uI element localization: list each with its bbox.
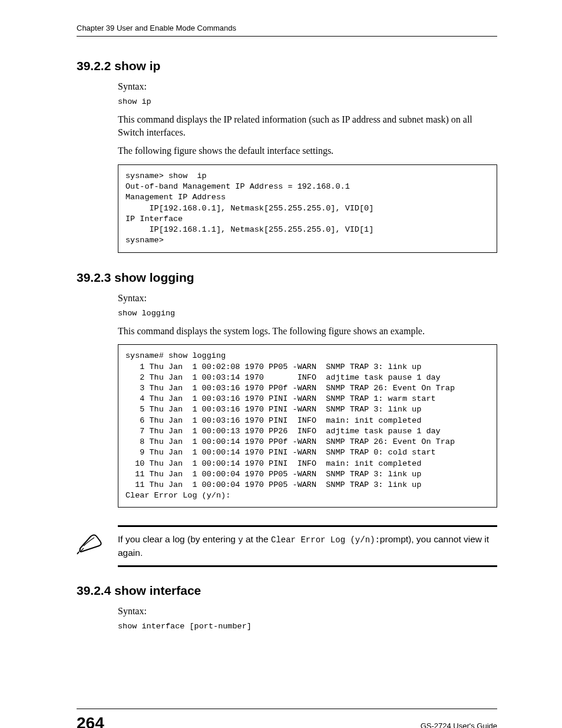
section-title-show-interface: 39.2.4 show interface	[77, 584, 497, 598]
note-icon	[77, 532, 111, 558]
page-number: 264	[77, 714, 104, 728]
note-code: y	[238, 535, 243, 545]
syntax-command: show logging	[118, 308, 497, 319]
note-code: Clear Error Log (y/n):	[271, 535, 380, 545]
syntax-command: show ip	[118, 97, 497, 107]
paragraph: This command displays the IP related inf…	[118, 113, 497, 139]
paragraph: This command displays the system logs. T…	[118, 325, 497, 338]
note-segment: If you clear a log (by entering	[118, 534, 238, 544]
section-title-show-logging: 39.2.3 show logging	[77, 271, 497, 285]
footer: 264 GS-2724 User's Guide	[77, 709, 497, 728]
code-block-show-logging: sysname# show logging 1 Thu Jan 1 00:02:…	[118, 344, 497, 508]
note-text: If you clear a log (by entering y at the…	[118, 533, 497, 559]
chapter-header: Chapter 39 User and Enable Mode Commands	[77, 24, 497, 37]
guide-name: GS-2724 User's Guide	[421, 722, 497, 728]
code-block-show-ip: sysname> show ip Out-of-band Management …	[118, 164, 497, 253]
syntax-label: Syntax:	[118, 293, 497, 304]
note-block: If you clear a log (by entering y at the…	[77, 525, 497, 566]
syntax-label: Syntax:	[118, 81, 497, 92]
note-segment: at the	[243, 534, 271, 544]
syntax-label: Syntax:	[118, 606, 497, 617]
code-content: sysname# show logging 1 Thu Jan 1 00:02:…	[125, 351, 490, 501]
syntax-command: show interface [port-number]	[118, 621, 497, 632]
section-title-show-ip: 39.2.2 show ip	[77, 59, 497, 73]
paragraph: The following figure shows the default i…	[118, 144, 497, 157]
code-content: sysname> show ip Out-of-band Management …	[125, 171, 490, 246]
